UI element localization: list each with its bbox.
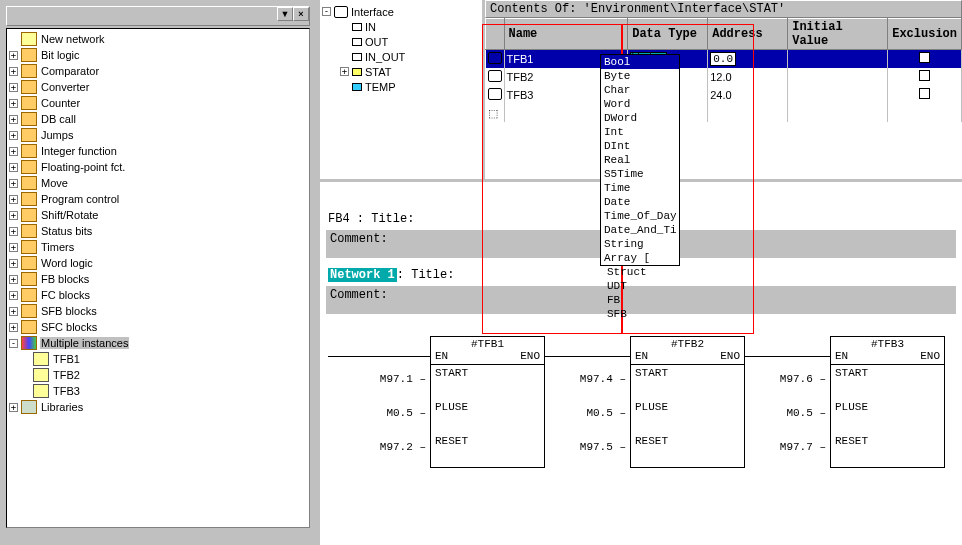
dropdown-option[interactable]: Date_And_Ti <box>601 223 679 237</box>
fb-port[interactable]: STARTM97.4 – <box>631 365 744 399</box>
dropdown-option[interactable]: UDT <box>604 279 676 293</box>
expand-icon[interactable]: + <box>9 179 18 188</box>
fb-block[interactable]: #TFB1ENENOSTARTM97.1 –PLUSEM0.5 –RESETM9… <box>430 336 545 468</box>
address-input[interactable]: 0.0 <box>710 52 736 66</box>
dropdown-option[interactable]: Real <box>601 153 679 167</box>
expand-icon[interactable]: + <box>9 211 18 220</box>
expand-icon[interactable]: + <box>9 259 18 268</box>
instruction-tree[interactable]: New network+Bit logic+Comparator+Convert… <box>6 28 310 528</box>
expand-icon[interactable]: + <box>9 51 18 60</box>
expand-icon[interactable]: + <box>9 163 18 172</box>
expand-icon[interactable]: + <box>9 83 18 92</box>
col-datatype[interactable]: Data Type <box>628 19 708 50</box>
interface-item[interactable]: IN <box>365 21 376 33</box>
datatype-dropdown[interactable]: BoolByteCharWordDWordIntDIntRealS5TimeTi… <box>600 54 680 266</box>
fb-port[interactable]: PLUSEM0.5 – <box>431 399 544 433</box>
expand-icon[interactable]: + <box>9 147 18 156</box>
expand-icon[interactable]: + <box>9 195 18 204</box>
tree-item[interactable]: Converter <box>40 81 90 93</box>
tree-item-multiple-instances[interactable]: Multiple instances <box>40 337 129 349</box>
dropdown-option[interactable]: Bool <box>601 55 679 69</box>
dropdown-option[interactable]: Word <box>601 97 679 111</box>
maximize-button[interactable]: ▼ <box>277 7 293 21</box>
expand-icon[interactable]: + <box>9 307 18 316</box>
dropdown-option[interactable]: S5Time <box>601 167 679 181</box>
exclusion-checkbox[interactable] <box>919 70 930 81</box>
ladder-diagram[interactable]: #TFB1ENENOSTARTM97.1 –PLUSEM0.5 –RESETM9… <box>320 314 962 494</box>
expand-icon[interactable]: + <box>9 403 18 412</box>
contents-table[interactable]: Name Data Type Address Initial Value Exc… <box>485 18 962 122</box>
tree-item[interactable]: Comparator <box>40 65 100 77</box>
col-address[interactable]: Address <box>708 19 788 50</box>
tree-item[interactable]: SFB blocks <box>40 305 98 317</box>
tree-item[interactable]: Floating-point fct. <box>40 161 126 173</box>
tree-item[interactable]: Move <box>40 177 69 189</box>
exclusion-checkbox[interactable] <box>919 88 930 99</box>
fb-port[interactable]: RESETM97.5 – <box>631 433 744 467</box>
dropdown-option[interactable]: Byte <box>601 69 679 83</box>
table-row[interactable]: TFB212.0 <box>486 68 962 86</box>
tree-item[interactable]: Jumps <box>40 129 74 141</box>
tree-item[interactable]: Status bits <box>40 225 93 237</box>
dropdown-option[interactable]: Char <box>601 83 679 97</box>
dropdown-option[interactable]: Date <box>601 195 679 209</box>
tree-item[interactable]: Program control <box>40 193 120 205</box>
cell-address[interactable]: 0.0 <box>708 50 788 68</box>
tree-item[interactable]: New network <box>40 33 106 45</box>
fb-block[interactable]: #TFB2ENENOSTARTM97.4 –PLUSEM0.5 –RESETM9… <box>630 336 745 468</box>
dropdown-option[interactable]: Time_Of_Day <box>601 209 679 223</box>
fb-port[interactable]: RESETM97.2 – <box>431 433 544 467</box>
expand-icon[interactable]: + <box>9 99 18 108</box>
dropdown-option[interactable]: Array [StructUDT FB SFB <box>601 251 679 265</box>
tree-item[interactable]: DB call <box>40 113 77 125</box>
cell-address[interactable]: 24.0 <box>708 86 788 104</box>
interface-tree[interactable]: - Interface INOUTIN_OUT+STATTEMP <box>320 0 482 179</box>
interface-item[interactable]: TEMP <box>365 81 396 93</box>
interface-item[interactable]: IN_OUT <box>365 51 405 63</box>
tree-item[interactable]: Libraries <box>40 401 84 413</box>
expand-icon[interactable]: + <box>9 243 18 252</box>
fb-block[interactable]: #TFB3ENENOSTARTM97.6 –PLUSEM0.5 –RESETM9… <box>830 336 945 468</box>
table-row[interactable]: TFB324.0 <box>486 86 962 104</box>
tree-item[interactable]: Shift/Rotate <box>40 209 99 221</box>
tree-item[interactable]: TFB2 <box>52 369 81 381</box>
fb-port[interactable]: RESETM97.7 – <box>831 433 944 467</box>
expand-icon[interactable]: - <box>9 339 18 348</box>
table-row-empty[interactable]: ⬚ <box>486 104 962 122</box>
expand-icon[interactable]: + <box>9 227 18 236</box>
tree-item[interactable]: Integer function <box>40 145 118 157</box>
expand-icon[interactable]: + <box>9 131 18 140</box>
expand-icon[interactable]: - <box>322 7 331 16</box>
fb-port[interactable]: STARTM97.1 – <box>431 365 544 399</box>
tree-item[interactable]: TFB1 <box>52 353 81 365</box>
tree-item[interactable]: Counter <box>40 97 81 109</box>
tree-item[interactable]: SFC blocks <box>40 321 98 333</box>
tree-item[interactable]: Bit logic <box>40 49 81 61</box>
dropdown-option[interactable]: SFB <box>604 307 676 321</box>
tree-item[interactable]: FC blocks <box>40 289 91 301</box>
fb-port[interactable]: STARTM97.6 – <box>831 365 944 399</box>
cell-address[interactable]: 12.0 <box>708 68 788 86</box>
tree-item[interactable]: Timers <box>40 241 75 253</box>
expand-icon[interactable]: + <box>9 291 18 300</box>
dropdown-option[interactable]: DWord <box>601 111 679 125</box>
expand-icon[interactable]: + <box>9 67 18 76</box>
expand-icon[interactable]: + <box>340 67 349 76</box>
dropdown-option[interactable]: Int <box>601 125 679 139</box>
col-exclusion[interactable]: Exclusion <box>888 19 962 50</box>
fb-port[interactable]: PLUSEM0.5 – <box>831 399 944 433</box>
dropdown-option[interactable]: DInt <box>601 139 679 153</box>
expand-icon[interactable]: + <box>9 275 18 284</box>
tree-item[interactable]: TFB3 <box>52 385 81 397</box>
dropdown-option[interactable]: String <box>601 237 679 251</box>
col-initial[interactable]: Initial Value <box>788 19 888 50</box>
interface-item[interactable]: STAT <box>365 66 391 78</box>
tree-item[interactable]: FB blocks <box>40 273 90 285</box>
col-name[interactable]: Name <box>504 19 628 50</box>
close-button[interactable]: × <box>293 7 309 21</box>
dropdown-option[interactable]: Time <box>601 181 679 195</box>
table-row[interactable]: TFB1计时 ▾0.0 <box>486 50 962 68</box>
tree-item[interactable]: Word logic <box>40 257 94 269</box>
dropdown-option[interactable]: FB <box>604 293 676 307</box>
expand-icon[interactable]: + <box>9 323 18 332</box>
